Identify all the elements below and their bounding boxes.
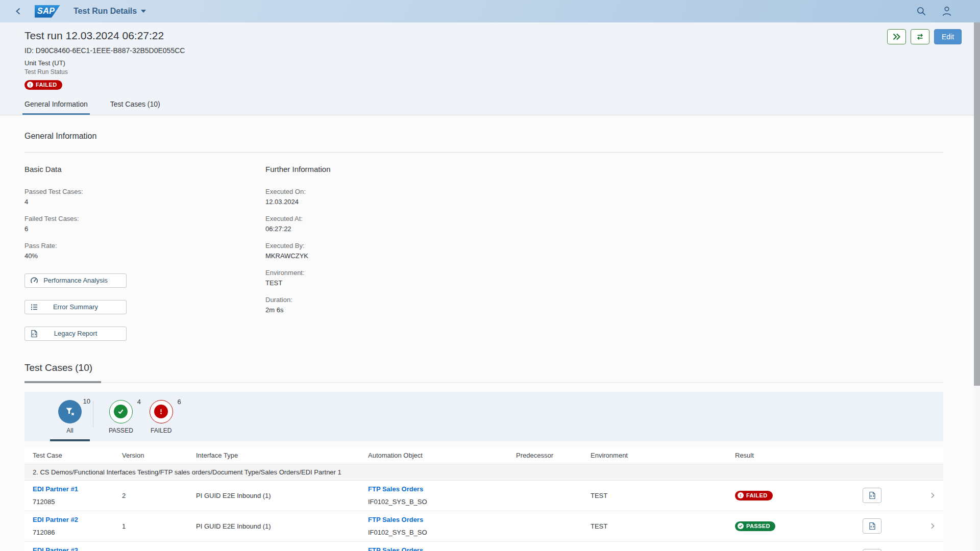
legacy-report-button[interactable]: Legacy Report (24, 327, 127, 341)
filter-tab-all[interactable]: 10 All (50, 400, 90, 441)
field-value: 2m 6s (265, 305, 943, 315)
group-label: 2. CS Demos/Functional Interfaces Testin… (33, 468, 341, 476)
status-badge: FAILED (24, 80, 62, 90)
table-group-row: 2. CS Demos/Functional Interfaces Testin… (24, 464, 943, 481)
test-case-link[interactable]: EDI Partner #2 (33, 516, 122, 523)
error-exclamation-icon (157, 408, 165, 415)
vertical-scrollbar[interactable] (974, 22, 980, 551)
chevron-right-icon[interactable] (929, 522, 936, 530)
automation-object-id: IF0102_SYS_B_SO (368, 529, 516, 536)
filter-label: FAILED (151, 427, 172, 434)
test-case-id: 712086 (33, 529, 122, 536)
run-again-button[interactable] (887, 29, 906, 44)
field-value: 40% (24, 251, 265, 261)
edit-button[interactable]: Edit (934, 29, 962, 44)
button-label: Performance Analysis (43, 277, 108, 284)
column-header-environment: Environment (591, 452, 735, 459)
basic-data-group: Basic Data Passed Test Cases: 4 Failed T… (24, 165, 265, 341)
tab-test-cases[interactable]: Test Cases (10) (110, 100, 160, 115)
automation-object-id: IF0102_SYS_B_SO (368, 498, 516, 506)
version-cell: 1 (122, 522, 196, 530)
section-divider (24, 152, 943, 153)
app-title-text: Test Run Details (74, 7, 137, 16)
document-code-icon (868, 491, 876, 499)
table-header-row: Test Case Version Interface Type Automat… (24, 447, 943, 464)
interface-type-cell: PI GUID E2E Inbound (1) (196, 522, 368, 530)
status-badge-text: FAILED (36, 82, 57, 88)
bulleted-list-icon (30, 303, 38, 311)
interface-type-cell: PI GUID E2E Inbound (1) (196, 492, 368, 499)
field-value: TEST (265, 278, 943, 288)
page-header: Test run 12.03.2024 06:27:22 ID: D90C846… (0, 22, 980, 115)
column-header-interface-type: Interface Type (196, 452, 368, 459)
gauge-icon (30, 277, 38, 285)
test-cases-table: Test Case Version Interface Type Automat… (24, 447, 943, 551)
refresh-button[interactable] (911, 29, 929, 44)
filter-clear-icon (65, 407, 75, 417)
result-badge-icon (738, 492, 744, 498)
field-executed-by: Executed By: MKRAWCZYK (265, 241, 943, 261)
field-label: Passed Test Cases: (24, 187, 265, 197)
scrollbar-thumb[interactable] (974, 22, 980, 386)
test-case-filter-bar: 10 All 4 PASSED (24, 392, 943, 441)
column-header-result: Result (735, 452, 863, 459)
filter-separator (93, 401, 93, 428)
field-label: Pass Rate: (24, 241, 265, 251)
user-profile-icon[interactable] (941, 6, 952, 17)
group-title-basic-data: Basic Data (24, 165, 265, 173)
back-chevron-icon (14, 7, 22, 15)
test-type-label: Unit Test (UT) (24, 59, 955, 67)
field-failed-test-cases: Failed Test Cases: 6 (24, 214, 265, 234)
filter-count: 4 (137, 398, 141, 406)
further-information-group: Further Information Executed On: 12.03.2… (265, 165, 943, 341)
filter-tab-failed[interactable]: 6 FAILED (141, 400, 181, 441)
group-title-further-information: Further Information (265, 165, 943, 173)
document-code-icon (868, 522, 876, 530)
automation-object-link[interactable]: FTP Sales Orders (368, 485, 516, 493)
test-case-link[interactable]: EDI Partner #1 (33, 485, 122, 493)
sap-logo-text: SAP (37, 7, 55, 16)
filter-count: 10 (83, 397, 90, 405)
error-icon (27, 82, 33, 88)
shell-bar: SAP Test Run Details (0, 0, 980, 22)
performance-analysis-button[interactable]: Performance Analysis (24, 273, 127, 288)
automation-object-link[interactable]: FTP Sales Orders (368, 516, 516, 523)
field-environment: Environment: TEST (265, 268, 943, 288)
search-icon[interactable] (916, 6, 927, 17)
legacy-report-row-button[interactable] (863, 488, 881, 503)
field-value: 12.03.2024 (265, 197, 943, 207)
back-button[interactable] (11, 4, 26, 18)
refresh-icon (916, 33, 924, 41)
column-header-predecessor: Predecessor (516, 452, 591, 459)
field-passed-test-cases: Passed Test Cases: 4 (24, 187, 265, 207)
result-badge-icon (738, 523, 744, 529)
automation-object-link[interactable]: FTP Sales Orders (368, 546, 516, 551)
filter-label: All (66, 427, 73, 434)
filter-count: 6 (178, 398, 181, 406)
table-row[interactable]: EDI Partner #2 712086 1 PI GUID E2E Inbo… (24, 511, 943, 542)
field-label: Failed Test Cases: (24, 214, 265, 224)
field-value: MKRAWCZYK (265, 251, 943, 261)
column-header-automation-object: Automation Object (368, 452, 516, 459)
filter-tab-passed[interactable]: 4 PASSED (101, 400, 141, 441)
chevron-down-icon (141, 10, 146, 13)
app-title-menu[interactable]: Test Run Details (74, 7, 146, 16)
legacy-report-row-button[interactable] (863, 518, 881, 534)
chevron-right-icon[interactable] (929, 492, 936, 499)
environment-cell: TEST (591, 522, 735, 530)
tab-general-information[interactable]: General Information (24, 100, 88, 115)
field-label: Duration: (265, 295, 943, 305)
success-check-icon (117, 408, 125, 415)
error-summary-button[interactable]: Error Summary (24, 300, 127, 314)
table-row[interactable]: EDI Partner #1 712085 2 PI GUID E2E Inbo… (24, 481, 943, 511)
field-pass-rate: Pass Rate: 40% (24, 241, 265, 261)
table-row[interactable]: EDI Partner #3 712087 1 PI GUID E2E Inbo… (24, 542, 943, 551)
field-executed-at: Executed At: 06:27:22 (265, 214, 943, 234)
column-header-test-case: Test Case (33, 452, 122, 459)
field-label: Environment: (265, 268, 943, 278)
field-executed-on: Executed On: 12.03.2024 (265, 187, 943, 207)
legacy-report-row-button[interactable] (863, 549, 881, 551)
page-title: Test run 12.03.2024 06:27:22 (24, 30, 955, 42)
test-case-link[interactable]: EDI Partner #3 (33, 546, 122, 551)
sap-logo: SAP (35, 5, 60, 18)
